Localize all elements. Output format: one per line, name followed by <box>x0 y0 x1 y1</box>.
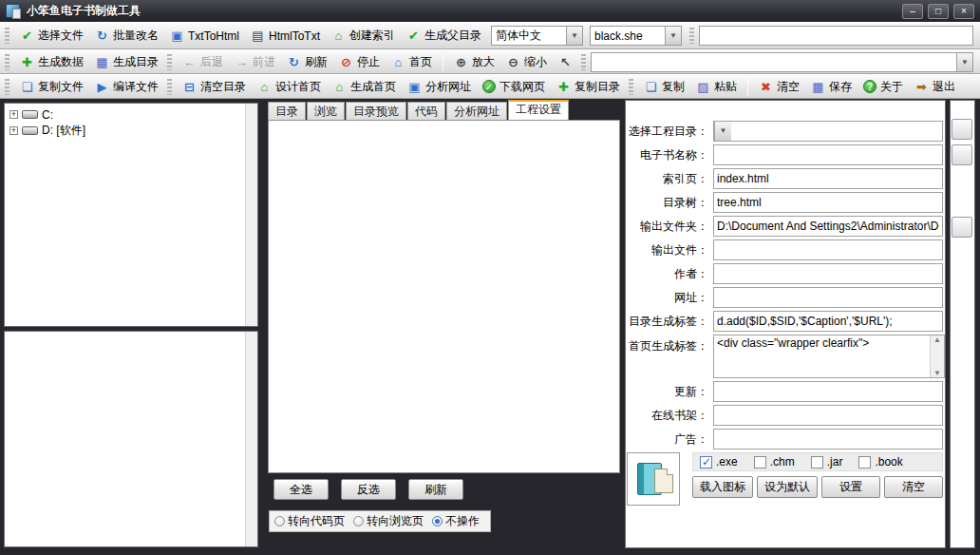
address-combobox[interactable]: ▼ <box>591 52 973 72</box>
online-shelf-field[interactable] <box>713 405 943 426</box>
toolbar-text-input[interactable] <box>699 26 973 46</box>
ad-field[interactable] <box>713 429 943 450</box>
batch-rename-button[interactable]: ↻批量改名 <box>89 26 164 46</box>
zoom-in-icon: ⊕ <box>454 55 468 69</box>
html-to-txt-button[interactable]: ▤HtmlToTxt <box>245 27 326 45</box>
tab-code[interactable]: 代码 <box>407 102 445 120</box>
index-page-label: 索引页： <box>626 171 713 187</box>
chevron-down-icon[interactable]: ▼ <box>714 122 731 141</box>
chevron-down-icon[interactable]: ▼ <box>665 27 681 45</box>
download-page-button[interactable]: ✓下载网页 <box>477 77 551 97</box>
txt-to-html-button[interactable]: ▣TxtToHtml <box>164 27 245 45</box>
generate-parent-dir-button[interactable]: ✔生成父目录 <box>401 26 487 46</box>
chevron-down-icon[interactable]: ▼ <box>566 27 582 45</box>
project-dir-combobox[interactable]: ▼ <box>713 121 943 142</box>
checkbox-book[interactable]: .book <box>858 455 902 469</box>
tab-catalog-preview[interactable]: 目录预览 <box>346 102 406 120</box>
refresh-button[interactable]: ↻刷新 <box>281 52 333 72</box>
clear-button[interactable]: ✖清空 <box>753 77 805 97</box>
tree-item-drive-d[interactable]: + D: [软件] <box>7 123 255 139</box>
paste-button[interactable]: ▨粘贴 <box>690 77 743 97</box>
generate-homepage-button[interactable]: ⌂生成首页 <box>327 77 402 97</box>
tab-browse[interactable]: 浏览 <box>307 102 345 120</box>
clear-form-button[interactable]: 清空 <box>884 476 943 498</box>
tab-catalog[interactable]: 目录 <box>268 102 306 120</box>
save-button[interactable]: ▦保存 <box>805 77 858 97</box>
vertical-scrollbar[interactable] <box>245 332 257 546</box>
update-field[interactable] <box>713 381 943 402</box>
back-button[interactable]: ←后退 <box>177 52 229 72</box>
select-files-button[interactable]: ✔选择文件 <box>14 26 89 46</box>
radio-goto-browse-page[interactable]: 转向浏览页 <box>353 513 424 529</box>
tree-file-field[interactable] <box>713 192 943 213</box>
set-default-button[interactable]: 设为默认 <box>757 476 818 498</box>
forward-button[interactable]: →前进 <box>229 52 281 72</box>
compile-files-button[interactable]: ▶编译文件 <box>89 77 164 97</box>
toolbar-grip[interactable] <box>167 79 172 95</box>
tree-item-drive-c[interactable]: + C: <box>7 106 255 123</box>
radio-goto-code-page[interactable]: 转向代码页 <box>274 513 345 529</box>
toolbar-grip[interactable] <box>5 79 9 95</box>
toolbar-grip[interactable] <box>5 54 9 70</box>
book-icon-preview[interactable] <box>627 452 680 506</box>
select-all-button[interactable]: 全选 <box>273 479 329 500</box>
close-button[interactable]: × <box>953 4 974 19</box>
toolbar-grip[interactable] <box>689 28 694 44</box>
checkbox-exe[interactable]: .exe <box>700 455 738 469</box>
ad-label: 广告： <box>626 431 713 448</box>
language-select[interactable]: 简体中文 ▼ <box>491 26 583 46</box>
stop-button[interactable]: ⊘停止 <box>333 52 386 72</box>
minimize-button[interactable]: – <box>902 4 923 19</box>
browse-output-folder-button[interactable] <box>952 217 972 238</box>
chevron-down-icon[interactable]: ▼ <box>956 53 972 71</box>
tree-file-label: 目录树： <box>626 195 713 211</box>
about-button[interactable]: ?关于 <box>858 77 909 97</box>
copy-files-button[interactable]: ❏复制文件 <box>14 77 89 97</box>
refresh-list-button[interactable]: 刷新 <box>408 479 463 500</box>
zoom-in-button[interactable]: ⊕放大 <box>448 52 500 72</box>
invert-selection-button[interactable]: 反选 <box>341 479 396 500</box>
toolbar-grip[interactable] <box>167 54 172 70</box>
copy-catalog-button[interactable]: ✚复制目录 <box>551 77 626 97</box>
exit-button[interactable]: ➡退出 <box>909 77 961 97</box>
settings-button[interactable]: 设置 <box>821 476 880 498</box>
tab-analyze-url[interactable]: 分析网址 <box>446 102 507 120</box>
browse-project-dir-button[interactable] <box>952 119 972 140</box>
design-homepage-button[interactable]: ⌂设计首页 <box>252 77 327 97</box>
toolbar-grip[interactable] <box>5 28 9 44</box>
radio-no-action[interactable]: 不操作 <box>432 513 480 529</box>
toolbar-grip[interactable] <box>629 79 633 95</box>
generate-catalog-button[interactable]: ▦生成目录 <box>89 52 164 72</box>
checkbox-jar[interactable]: .jar <box>811 455 843 469</box>
toolbar-grip[interactable] <box>581 54 586 70</box>
create-index-button[interactable]: ⌂创建索引 <box>326 26 401 46</box>
clear-catalog-button[interactable]: ⊟清空目录 <box>177 77 252 97</box>
expand-icon[interactable]: + <box>9 110 18 119</box>
output-file-field[interactable] <box>713 239 943 260</box>
index-page-field[interactable] <box>713 168 943 189</box>
ebook-name-field[interactable] <box>713 144 943 165</box>
vertical-scrollbar[interactable] <box>245 104 257 326</box>
browse-ebook-name-button[interactable] <box>952 144 972 165</box>
tab-project-settings[interactable]: 工程设置 <box>508 100 569 120</box>
scroll-down-icon[interactable]: ▼ <box>933 369 941 377</box>
output-folder-field[interactable] <box>713 216 943 237</box>
author-field[interactable] <box>713 263 943 284</box>
load-icon-button[interactable]: 载入图标 <box>692 476 753 498</box>
homepage-tag-textarea[interactable]: <div class="wrapper clearfix"> <box>714 335 930 377</box>
copy-button[interactable]: ❏复制 <box>638 77 690 97</box>
website-field[interactable] <box>713 287 943 308</box>
skin-select[interactable]: black.she ▼ <box>590 26 682 46</box>
maximize-button[interactable]: □ <box>928 4 949 19</box>
analyze-url-button[interactable]: ▣分析网址 <box>402 77 477 97</box>
zoom-out-button[interactable]: ⊖缩小 <box>500 52 553 72</box>
catalog-tag-field[interactable] <box>713 311 943 332</box>
online-shelf-label: 在线书架： <box>626 408 713 424</box>
pointer-tool-button[interactable]: ↖ <box>553 53 578 71</box>
checkbox-chm[interactable]: .chm <box>754 455 795 469</box>
home-button[interactable]: ⌂首页 <box>386 52 438 72</box>
scroll-up-icon[interactable]: ▲ <box>933 335 941 344</box>
textarea-scrollbar[interactable]: ▲ ▼ <box>930 335 944 377</box>
expand-icon[interactable]: + <box>9 126 18 135</box>
generate-data-button[interactable]: ✚生成数据 <box>14 52 89 72</box>
